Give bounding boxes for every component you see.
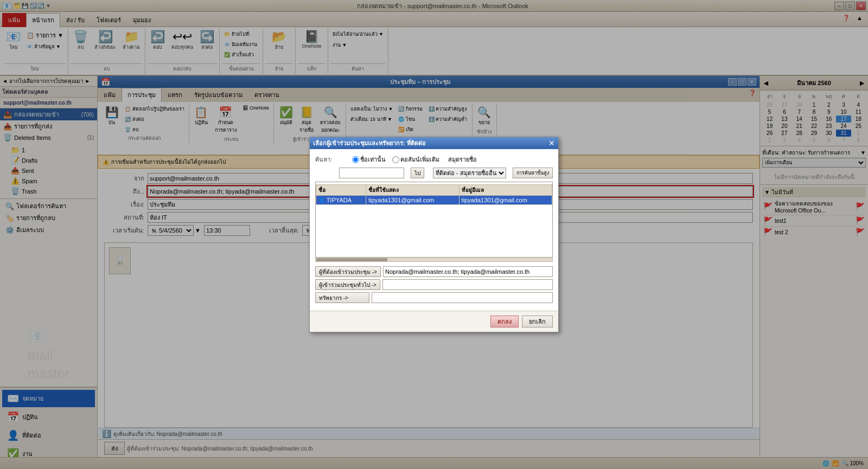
resource-input[interactable] bbox=[372, 292, 553, 303]
contact-table-container: ชื่อ ชื่อที่ใช้แสดง ที่อยู่อีเมล 👤 TIPYA… bbox=[315, 182, 553, 258]
resource-field-row: ทรัพยากร -> bbox=[315, 292, 553, 303]
radio-name-only-label[interactable]: ชื่อเท่านั้น bbox=[352, 155, 386, 164]
cell-email-0: tipyada1301@gmail.com bbox=[459, 196, 552, 205]
table-row-0[interactable]: 👤 TIPYADA tipyada1301@gmail.com tipyada1… bbox=[316, 196, 552, 205]
address-book-header-label: สมุดรายชื่อ bbox=[448, 155, 477, 164]
modal-footer: ตกลง ยกเลิก bbox=[310, 311, 558, 332]
required-attendees-button[interactable]: ผู้ที่ต้องเข้าร่วมประชุม -> bbox=[315, 266, 381, 277]
search-button[interactable]: ไป bbox=[411, 168, 424, 178]
address-book-select[interactable]: ที่ติดต่อ - สมุดรายชื่ออื่น bbox=[433, 168, 506, 178]
contact-type-icon: 👤 bbox=[318, 197, 325, 203]
cancel-button[interactable]: ยกเลิก bbox=[522, 316, 553, 327]
col-display: ชื่อที่ใช้แสดง bbox=[366, 185, 459, 196]
required-field-row: ผู้ที่ต้องเข้าร่วมประชุม -> bbox=[315, 266, 553, 277]
cell-display-0: tipyada1301@gmail.com bbox=[366, 196, 459, 205]
resource-button[interactable]: ทรัพยากร -> bbox=[315, 292, 369, 303]
contact-picker-modal: เลือกผู้เข้าร่วมประชุมและทรัพยากร: ที่ติ… bbox=[309, 137, 559, 332]
modal-body: ค้นหา: ชื่อเท่านั้น คอลัมน์เพิ่มเติม สมุ… bbox=[310, 149, 558, 311]
contact-table: ชื่อ ชื่อที่ใช้แสดง ที่อยู่อีเมล 👤 TIPYA… bbox=[316, 184, 552, 205]
optional-attendees-input[interactable] bbox=[382, 279, 553, 290]
radio-more-columns-label[interactable]: คอลัมน์เพิ่มเติม bbox=[392, 155, 439, 164]
recipient-fields: ผู้ที่ต้องเข้าร่วมประชุม -> ผู้เข้าร่วมป… bbox=[315, 266, 553, 303]
optional-attendees-button[interactable]: ผู้เข้าร่วมประชุมทั่วไป -> bbox=[315, 279, 380, 290]
modal-search-row: ค้นหา: ชื่อเท่านั้น คอลัมน์เพิ่มเติม สมุ… bbox=[315, 155, 553, 164]
col-email: ที่อยู่อีเมล bbox=[459, 185, 552, 196]
modal-search-input-row: ไป ที่ติดต่อ - สมุดรายชื่ออื่น การค้นหาข… bbox=[315, 168, 553, 178]
col-name: ชื่อ bbox=[316, 185, 366, 196]
search-input[interactable] bbox=[339, 168, 404, 178]
required-attendees-input[interactable] bbox=[383, 266, 553, 277]
modal-title-bar: เลือกผู้เข้าร่วมประชุมและทรัพยากร: ที่ติ… bbox=[310, 137, 558, 149]
radio-group: ชื่อเท่านั้น คอลัมน์เพิ่มเติม bbox=[352, 155, 439, 164]
radio-more-columns[interactable] bbox=[392, 156, 399, 163]
advanced-search-button[interactable]: การค้นหาขั้นสูง bbox=[513, 168, 553, 178]
modal-title: เลือกผู้เข้าร่วมประชุมและทรัพยากร: ที่ติ… bbox=[313, 138, 548, 148]
search-label: ค้นหา: bbox=[315, 155, 348, 164]
ok-button[interactable]: ตกลง bbox=[490, 316, 519, 327]
radio-name-only[interactable] bbox=[352, 156, 359, 163]
cell-name-0: 👤 TIPYADA bbox=[316, 196, 366, 205]
modal-overlay: เลือกผู้เข้าร่วมประชุมและทรัพยากร: ที่ติ… bbox=[0, 0, 868, 469]
optional-field-row: ผู้เข้าร่วมประชุมทั่วไป -> bbox=[315, 279, 553, 290]
modal-close-button[interactable]: ✕ bbox=[548, 139, 555, 147]
table-scrollbar[interactable] bbox=[315, 258, 553, 262]
